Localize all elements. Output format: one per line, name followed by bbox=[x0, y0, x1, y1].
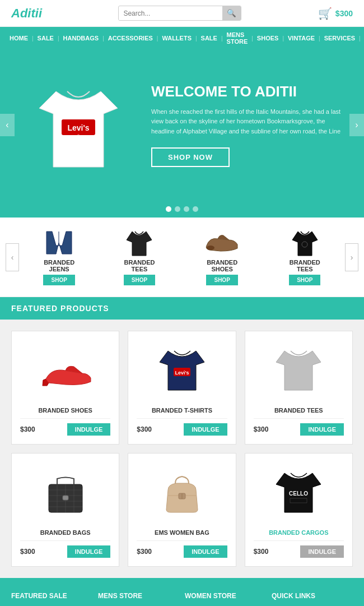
category-items: BRANDEDJEENS SHOP BRANDEDTEES SHOP BRAND… bbox=[19, 229, 345, 285]
nav-sale-2[interactable]: SALE bbox=[197, 30, 221, 46]
indulge-womenbag[interactable]: INDULGE bbox=[184, 545, 227, 558]
shoes-icon bbox=[204, 229, 240, 257]
nav-home[interactable]: HOME bbox=[6, 30, 32, 46]
hero-next-button[interactable]: › bbox=[349, 114, 364, 136]
cat-shop-shoes[interactable]: SHOP bbox=[206, 275, 237, 285]
svg-text:®: ® bbox=[77, 134, 80, 137]
category-next-button[interactable]: › bbox=[345, 243, 358, 271]
product-name-tees: BRANDED TEES bbox=[274, 407, 323, 414]
product-name-cargos: BRANDED CARGOS bbox=[269, 529, 328, 536]
cat-label-shoes: BRANDEDSHOES bbox=[207, 259, 237, 272]
product-image-shoes bbox=[20, 340, 110, 401]
cat-label-jeans: BRANDEDJEENS bbox=[44, 259, 74, 272]
cat-shop-jeans[interactable]: SHOP bbox=[43, 275, 74, 285]
shop-now-button[interactable]: SHOP NOW bbox=[151, 147, 230, 167]
product-card-shoes: BRANDED SHOES $300 INDULGE bbox=[11, 331, 119, 445]
product-name-shoes: BRANDED SHOES bbox=[38, 407, 92, 414]
cat-label-tees2: BRANDEDTEES bbox=[290, 259, 320, 272]
hero-text: When she reached the first hills of the … bbox=[151, 107, 347, 137]
product-price-shoes: $300 bbox=[20, 425, 35, 433]
search-input[interactable] bbox=[119, 7, 222, 20]
heels-icon bbox=[35, 345, 96, 396]
footer: FEATURED SALE Alexis Hudson American App… bbox=[0, 578, 364, 606]
footer-col-featured: FEATURED SALE Alexis Hudson American App… bbox=[11, 592, 92, 606]
nav-handbags[interactable]: HANDBAGS bbox=[59, 30, 103, 46]
hero-prev-button[interactable]: ‹ bbox=[0, 114, 15, 136]
jeans-icon bbox=[44, 229, 74, 257]
product-name-bags: BRANDED BAGS bbox=[40, 529, 91, 536]
indulge-cargos[interactable]: INDULGE bbox=[300, 545, 344, 558]
hero-title: WELCOME TO ADITII bbox=[151, 83, 347, 100]
featured-title: FEATURED PRODUCTS bbox=[11, 304, 109, 313]
product-card-bags: BRANDED BAGS $300 INDULGE bbox=[11, 453, 119, 567]
svg-text:Levi's: Levi's bbox=[175, 370, 189, 376]
category-item-tees1: BRANDEDTEES SHOP bbox=[124, 229, 155, 285]
footer-col-women: WOMEN STORE Alexis Hudson American Appar… bbox=[185, 592, 266, 606]
footer-col-quick-title: QUICK LINKS bbox=[272, 592, 353, 600]
product-bottom-shoes: $300 INDULGE bbox=[20, 418, 110, 436]
search-button[interactable]: 🔍 bbox=[222, 6, 241, 20]
products-grid: BRANDED SHOES $300 INDULGE Levi's BRANDE… bbox=[11, 331, 353, 567]
indulge-tshirts[interactable]: INDULGE bbox=[184, 423, 227, 436]
header: Aditii 🔍 🛒 $300 bbox=[0, 0, 364, 27]
hero-dot-4[interactable] bbox=[193, 206, 198, 212]
nav-wallets[interactable]: WALLETS bbox=[158, 30, 195, 46]
product-price-womenbag: $300 bbox=[137, 548, 152, 556]
logo: Aditii bbox=[11, 6, 42, 21]
featured-header: FEATURED PRODUCTS bbox=[0, 297, 364, 320]
product-bottom-tshirts: $300 INDULGE bbox=[137, 418, 227, 436]
footer-col-women-title: WOMEN STORE bbox=[185, 592, 266, 600]
product-price-cargos: $300 bbox=[254, 548, 269, 556]
category-prev-button[interactable]: ‹ bbox=[6, 243, 19, 271]
cat-label-tees1: BRANDEDTEES bbox=[124, 259, 155, 272]
cart-icon: 🛒 bbox=[318, 7, 332, 20]
search-bar: 🔍 bbox=[118, 6, 241, 21]
nav-mens[interactable]: MENS STORE bbox=[223, 27, 252, 49]
product-price-bags: $300 bbox=[20, 548, 35, 556]
product-image-tees bbox=[254, 340, 344, 401]
footer-col-featured-title: FEATURED SALE bbox=[11, 592, 92, 600]
product-bottom-bags: $300 INDULGE bbox=[20, 540, 110, 558]
nav-sale-1[interactable]: SALE bbox=[34, 30, 58, 46]
product-card-tshirts: Levi's BRANDED T-SHIRTS $300 INDULGE bbox=[128, 331, 236, 445]
product-image-womenbag bbox=[137, 462, 227, 524]
svg-text:CELLO: CELLO bbox=[289, 491, 308, 497]
nav-services[interactable]: SERVICES bbox=[320, 30, 359, 46]
product-card-womenbag: EMS WOMEN BAG $300 INDULGE bbox=[128, 453, 236, 567]
category-item-jeans: BRANDEDJEENS SHOP bbox=[43, 229, 74, 285]
hero-banner: ‹ Levi's ® WELCOME TO ADITII When she re… bbox=[0, 49, 364, 201]
product-image-cargos: CELLO bbox=[254, 462, 344, 524]
branded-tshirt-icon: Levi's bbox=[154, 345, 210, 396]
product-name-tshirts: BRANDED T-SHIRTS bbox=[152, 407, 212, 414]
hero-dot-3[interactable] bbox=[184, 206, 189, 212]
hero-tshirt-icon: Levi's ® bbox=[28, 69, 129, 181]
bag-icon bbox=[38, 468, 94, 518]
nav-shoes[interactable]: SHOES bbox=[253, 30, 283, 46]
hero-dot-1[interactable] bbox=[166, 206, 171, 212]
indulge-tees[interactable]: INDULGE bbox=[300, 423, 344, 436]
black-tee2-icon bbox=[290, 229, 320, 257]
nav-accessories[interactable]: ACCESSORIES bbox=[104, 30, 157, 46]
products-section: BRANDED SHOES $300 INDULGE Levi's BRANDE… bbox=[0, 320, 364, 578]
cat-shop-tees2[interactable]: SHOP bbox=[289, 275, 320, 285]
svg-rect-16 bbox=[63, 496, 68, 500]
women-bag-icon bbox=[154, 468, 210, 518]
indulge-shoes[interactable]: INDULGE bbox=[67, 423, 111, 436]
hero-dot-2[interactable] bbox=[175, 206, 180, 212]
product-price-tees: $300 bbox=[254, 425, 269, 433]
product-card-cargos: CELLO BRANDED CARGOS $300 INDULGE bbox=[245, 453, 353, 567]
product-bottom-cargos: $300 INDULGE bbox=[254, 540, 344, 558]
nav-contact[interactable]: CONTACT US bbox=[361, 27, 364, 49]
product-bottom-womenbag: $300 INDULGE bbox=[137, 540, 227, 558]
product-bottom-tees: $300 INDULGE bbox=[254, 418, 344, 436]
nav-vintage[interactable]: VINTAGE bbox=[284, 30, 319, 46]
main-nav: HOME | SALE | HANDBAGS | ACCESSORIES | W… bbox=[0, 27, 364, 49]
indulge-bags[interactable]: INDULGE bbox=[67, 545, 111, 558]
footer-col-quick: QUICK LINKS Alexis Hudson American Appar… bbox=[272, 592, 353, 606]
cart[interactable]: 🛒 $300 bbox=[318, 7, 353, 20]
hero-image-area: Levi's ® bbox=[17, 69, 140, 181]
black-tee-icon bbox=[124, 229, 155, 257]
cat-shop-tees1[interactable]: SHOP bbox=[124, 275, 155, 285]
category-item-shoes: BRANDEDSHOES SHOP bbox=[204, 229, 240, 285]
gray-tee-icon bbox=[270, 345, 326, 396]
